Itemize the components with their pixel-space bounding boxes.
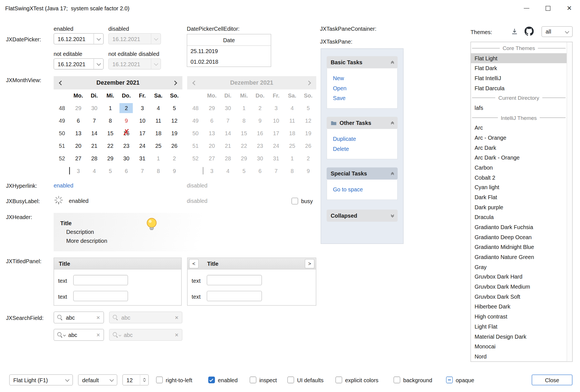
taskpane-link[interactable]: Delete <box>327 144 397 154</box>
day-cell[interactable]: 13 <box>70 127 86 139</box>
taskpane-link[interactable]: Save <box>327 93 397 103</box>
taskpane-group-header[interactable]: Other Tasks <box>327 117 398 129</box>
day-cell[interactable]: 6 <box>118 165 134 177</box>
spinner-value[interactable]: 12 <box>126 377 133 383</box>
day-cell[interactable]: 6 <box>70 115 86 127</box>
checkbox-box[interactable] <box>250 377 256 383</box>
theme-item[interactable]: Light Flat <box>471 322 567 332</box>
day-cell[interactable]: 7 <box>86 115 102 127</box>
search-field-with-menu[interactable]: abc ✕ <box>54 329 104 341</box>
theme-item[interactable]: Cobalt 2 <box>471 172 567 182</box>
checkbox-box[interactable] <box>393 377 400 383</box>
taskpane-link[interactable]: Go to space <box>327 184 397 194</box>
day-cell[interactable]: 5 <box>166 102 182 115</box>
theme-item[interactable]: Flat Light <box>471 53 567 63</box>
day-cell[interactable]: 21 <box>86 139 102 152</box>
laf-combobox[interactable]: Flat Light (F1) <box>9 374 73 386</box>
theme-item[interactable]: High contrast <box>471 312 567 322</box>
datepicker-value[interactable]: 16.12.2021 <box>54 36 94 42</box>
checkbox-box[interactable] <box>446 377 453 383</box>
themes-list[interactable]: Core ThemesFlat LightFlat DarkFlat Intel… <box>470 42 572 362</box>
taskpane-link[interactable]: Duplicate <box>327 134 397 144</box>
theme-item[interactable]: Flat IntelliJ <box>471 73 567 83</box>
checkbox-right-to-left[interactable]: right-to-left <box>156 375 192 385</box>
checkbox-enabled[interactable]: enabled <box>208 375 238 385</box>
title-bar[interactable]: FlatSwingXTest (Java 17; system scale fa… <box>0 0 580 17</box>
minimize-button[interactable] <box>516 0 537 17</box>
clear-icon[interactable]: ✕ <box>96 332 100 337</box>
checkbox-box[interactable] <box>291 198 298 205</box>
day-cell[interactable]: 2 <box>118 102 134 115</box>
day-cell[interactable]: 30 <box>118 152 134 165</box>
theme-item[interactable]: Hiberbee Dark <box>471 302 567 312</box>
next-month-button[interactable] <box>173 80 177 85</box>
day-cell[interactable]: 28 <box>86 152 102 165</box>
day-cell[interactable]: 8 <box>102 115 118 127</box>
day-cell[interactable]: 20 <box>70 139 86 152</box>
cell-editor-table[interactable]: Date 25.11.2019 01.02.2018 <box>187 34 271 67</box>
download-icon[interactable] <box>510 27 518 35</box>
github-icon[interactable] <box>525 27 534 36</box>
datepicker-enabled[interactable]: 16.12.2021 <box>54 33 104 44</box>
checkbox-inspect[interactable]: inspect <box>250 375 277 385</box>
search-input[interactable]: abc <box>68 332 93 338</box>
theme-item[interactable]: Dark purple <box>471 202 567 212</box>
day-cell[interactable]: 7 <box>134 165 150 177</box>
day-cell[interactable]: 24 <box>134 139 150 152</box>
day-cell[interactable]: 3 <box>134 102 150 115</box>
taskpane-group-header[interactable]: Collapsed <box>327 210 398 222</box>
search-input[interactable]: abc <box>66 314 93 320</box>
day-cell[interactable]: 16✗ <box>118 127 134 139</box>
maximize-button[interactable] <box>537 0 559 17</box>
spinner-down-button[interactable] <box>140 381 148 381</box>
checkbox-background[interactable]: background <box>393 375 432 385</box>
theme-item[interactable]: Gradianto Midnight Blue <box>471 242 567 252</box>
search-icon[interactable] <box>57 315 63 320</box>
text-input[interactable] <box>73 275 128 285</box>
checkbox-explicit-colors[interactable]: explicit colors <box>336 375 378 385</box>
day-cell[interactable]: 12 <box>166 115 182 127</box>
theme-item[interactable]: Arc Dark <box>471 142 567 153</box>
style-combobox[interactable]: default <box>78 374 117 386</box>
font-size-spinner[interactable]: 12 <box>122 374 149 386</box>
checkbox-opaque[interactable]: opaque <box>446 375 474 385</box>
month-grid[interactable]: Mo.Di.Mi.Do.Fr.Sa.So.4829301234549678910… <box>54 89 182 177</box>
table-row[interactable]: 01.02.2018 <box>187 56 271 66</box>
checkbox-box[interactable] <box>287 377 294 383</box>
day-cell[interactable]: 9 <box>166 165 182 177</box>
scrollbar[interactable] <box>567 42 572 362</box>
day-cell[interactable]: 1 <box>150 152 166 165</box>
theme-item[interactable]: Gradianto Deep Ocean <box>471 232 567 242</box>
checkbox-ui-defaults[interactable]: UI defaults <box>287 375 324 385</box>
theme-item[interactable]: Gruvbox Dark Soft <box>471 292 567 302</box>
theme-item[interactable]: Gruvbox Dark Hard <box>471 272 567 282</box>
theme-item[interactable]: Gray <box>471 262 567 272</box>
theme-item[interactable]: Gradianto Nature Green <box>471 252 567 262</box>
clear-icon[interactable]: ✕ <box>96 315 100 320</box>
text-input[interactable] <box>73 291 128 301</box>
search-field[interactable]: abc ✕ <box>54 312 104 323</box>
close-button[interactable]: Close <box>532 374 573 386</box>
datepicker-dropdown-button[interactable] <box>94 59 103 69</box>
themes-filter-combobox[interactable]: all <box>541 26 572 37</box>
taskpane-group-header[interactable]: Basic Tasks <box>327 56 398 68</box>
theme-item[interactable]: Dracula <box>471 212 567 222</box>
day-cell[interactable]: 17 <box>134 127 150 139</box>
theme-item[interactable]: Cyan light <box>471 182 567 193</box>
theme-item[interactable]: Dark Flat <box>471 192 567 202</box>
theme-item[interactable]: Monocai <box>471 341 567 351</box>
checkbox-busy[interactable]: busy <box>291 196 313 206</box>
checkbox-box[interactable] <box>156 377 163 383</box>
titled-panel-prev-button[interactable]: < <box>189 259 199 268</box>
day-cell[interactable]: 18 <box>150 127 166 139</box>
hyperlink-enabled[interactable]: enabled <box>54 182 74 188</box>
checkbox-box[interactable] <box>336 377 342 383</box>
theme-item[interactable]: Gruvbox Dark Medium <box>471 282 567 292</box>
day-cell[interactable]: 22 <box>102 139 118 152</box>
day-cell[interactable]: 8 <box>150 165 166 177</box>
day-cell[interactable]: 2 <box>166 152 182 165</box>
theme-item[interactable]: Flat Darcula <box>471 83 567 93</box>
day-cell[interactable]: 10 <box>134 115 150 127</box>
titled-panel-next-button[interactable]: > <box>305 259 314 268</box>
day-cell[interactable]: 30 <box>86 102 102 115</box>
